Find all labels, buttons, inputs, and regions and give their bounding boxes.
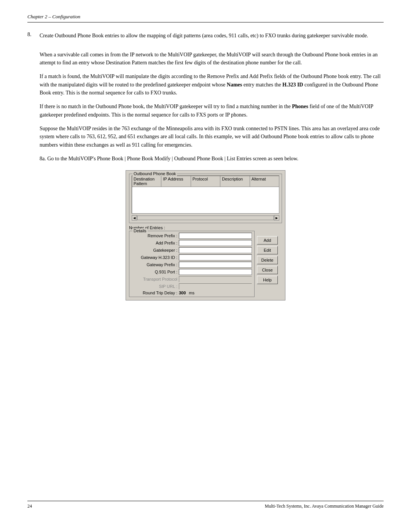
scroll-right-arrow[interactable]: ▶ (274, 215, 279, 220)
details-group-label: Details (132, 228, 148, 233)
para3-bold: Phones (292, 104, 308, 109)
buttons-column: Add Edit Delete Close Help (257, 236, 282, 284)
bottom-section: Number of Entries : Details Remove Prefi… (129, 225, 282, 297)
col-ip-address: IP Address (161, 176, 191, 187)
col-description: Description (220, 176, 250, 187)
button-panel: Add Edit Delete Close Help (257, 225, 282, 297)
q931-port-input[interactable] (179, 269, 252, 275)
para2: If a match is found, the MultiVOIP will … (40, 72, 384, 97)
outbound-phonebook-group: Outbound Phone Book Destination Pattern … (129, 174, 282, 223)
round-trip-unit: ms (189, 291, 194, 295)
list-item-8: 8. Create Outbound Phone Book entries to… (27, 32, 384, 45)
table-rows-area (132, 187, 279, 214)
dialog-body: Outbound Phone Book Destination Pattern … (126, 171, 285, 300)
gateway-prefix-label: Gateway Prefix : (132, 262, 177, 267)
remove-prefix-row: Remove Prefix : (132, 233, 252, 239)
remove-prefix-label: Remove Prefix : (132, 233, 177, 238)
main-content: 8. Create Outbound Phone Book entries to… (27, 32, 384, 501)
round-trip-label: Round Trip Delay : (132, 291, 177, 295)
transport-protocol-input (179, 276, 252, 282)
group-box-label: Outbound Phone Book (132, 171, 177, 176)
round-trip-row: Round Trip Delay : 300 ms (132, 291, 252, 295)
dialog-screenshot: Outbound Phone Book Destination Pattern … (126, 170, 285, 300)
gateway-prefix-row: Gateway Prefix : (132, 262, 252, 268)
page-number: 24 (27, 503, 32, 509)
gateway-h323-row: Gateway H.323 ID : (132, 254, 252, 260)
remove-prefix-input[interactable] (179, 233, 252, 239)
para2-bold2: H.323 ID (282, 82, 303, 88)
footer-right: Multi-Tech Systems, Inc. Avaya Communica… (265, 503, 384, 509)
table-header: Destination Pattern IP Address Protocol … (132, 176, 279, 187)
gatekeeper-input[interactable] (179, 247, 252, 253)
col-protocol: Protocol (191, 176, 220, 187)
add-prefix-input[interactable] (179, 240, 252, 246)
para3: If there is no match in the Outbound Pho… (40, 102, 384, 119)
gatekeeper-label: Gatekeeper : (132, 248, 177, 252)
details-group: Details Remove Prefix : Add Prefix : (129, 231, 255, 297)
col-dest-pattern: Destination Pattern (132, 176, 161, 187)
edit-button[interactable]: Edit (257, 246, 278, 254)
q931-port-row: Q.931 Port : (132, 269, 252, 275)
step-8a-text: 8a. Go to the MultiVOIP's Phone Book | P… (40, 156, 298, 161)
para2-mid: entry matches the (242, 82, 282, 88)
col-alternat: Alternat (250, 176, 279, 187)
delete-button[interactable]: Delete (257, 256, 278, 264)
transport-protocol-label: Transport Protocol (132, 277, 177, 281)
sip-url-input (179, 283, 252, 289)
sip-url-row: SIP URL : (132, 283, 252, 289)
gatekeeper-row: Gatekeeper : (132, 247, 252, 253)
add-prefix-label: Add Prefix : (132, 241, 177, 245)
add-button[interactable]: Add (257, 236, 278, 244)
num-entries-row: Number of Entries : (129, 225, 255, 230)
scroll-left-arrow[interactable]: ◀ (132, 215, 137, 220)
gateway-h323-input[interactable] (179, 254, 252, 260)
page-footer: 24 Multi-Tech Systems, Inc. Avaya Commun… (27, 501, 384, 509)
para3-pre: If there is no match in the Outbound Pho… (40, 104, 292, 109)
close-button[interactable]: Close (257, 266, 278, 274)
item8-text: Create Outbound Phone Book entries to al… (40, 32, 368, 40)
scrollbar-track[interactable] (137, 216, 274, 220)
step-8a: 8a. Go to the MultiVOIP's Phone Book | P… (40, 155, 384, 163)
page-header: Chapter 2 – Configuration (27, 14, 384, 22)
gateway-prefix-input[interactable] (179, 262, 252, 268)
gateway-h323-label: Gateway H.323 ID : (132, 255, 177, 260)
para2-bold: Names (227, 82, 242, 88)
left-details: Number of Entries : Details Remove Prefi… (129, 225, 255, 297)
sip-url-label: SIP URL : (132, 284, 177, 289)
add-prefix-row: Add Prefix : (132, 240, 252, 246)
scrollbar-row: ◀ ▶ (132, 215, 279, 220)
help-button[interactable]: Help (257, 276, 278, 284)
transport-protocol-row: Transport Protocol (132, 276, 252, 282)
round-trip-value: 300 (179, 291, 186, 295)
para4: Suppose the MultiVOIP resides in the 763… (40, 125, 384, 149)
chapter-title: Chapter 2 – Configuration (27, 14, 80, 20)
q931-port-label: Q.931 Port : (132, 270, 177, 274)
phone-book-table: Destination Pattern IP Address Protocol … (132, 176, 279, 214)
para1: When a survivable call comes in from the… (40, 51, 384, 67)
item-number: 8. (27, 32, 36, 45)
